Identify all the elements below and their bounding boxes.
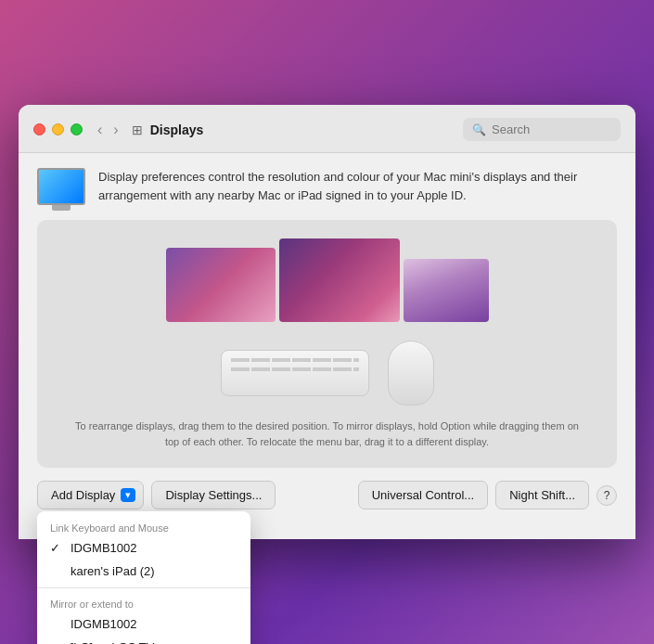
night-shift-button[interactable]: Night Shift... (495, 481, 589, 509)
add-display-dropdown: Link Keyboard and Mouse ✓ IDGMB1002 kare… (37, 511, 250, 644)
monitor-1[interactable] (166, 248, 276, 322)
help-button[interactable]: ? (596, 485, 617, 506)
universal-control-label: Universal Control... (372, 488, 475, 502)
traffic-lights (33, 123, 83, 135)
close-button[interactable] (33, 123, 45, 135)
displays-row (166, 238, 489, 322)
window-title: Displays (150, 122, 463, 137)
monitor-2[interactable] (279, 238, 400, 322)
mirror-item-1[interactable]: [LG] webOS TV OLED65CX5LB (37, 636, 250, 644)
bottom-bar: Add Display ▾ Link Keyboard and Mouse ✓ … (37, 481, 617, 524)
display-icon (37, 168, 85, 205)
fullscreen-button[interactable] (71, 123, 83, 135)
info-row: Display preferences control the resoluti… (37, 168, 617, 205)
monitor-3-screen (404, 259, 489, 322)
add-display-chevron: ▾ (121, 488, 135, 502)
hint-text: To rearrange displays, drag them to the … (56, 419, 598, 449)
help-label: ? (604, 489, 610, 502)
dropdown-divider (37, 587, 250, 588)
link-item-0-label: IDGMB1002 (71, 541, 137, 555)
link-item-1-label: karen's iPad (2) (71, 564, 155, 578)
mirror-item-0-label: IDGMB1002 (71, 617, 137, 631)
content-area: Display preferences control the resoluti… (19, 153, 635, 539)
monitor-1-screen (166, 248, 276, 322)
mirror-item-1-label: [LG] webOS TV OLED65CX5LB (71, 640, 237, 644)
display-settings-button[interactable]: Display Settings... (151, 481, 276, 509)
titlebar: ‹ › ⊞ Displays 🔍 (19, 105, 635, 153)
monitor-2-screen (279, 238, 400, 322)
display-arrangement-area[interactable]: To rearrange displays, drag them to the … (37, 220, 617, 468)
search-icon: 🔍 (472, 123, 486, 136)
checkmark-icon-0: ✓ (50, 541, 63, 555)
info-text: Display preferences control the resoluti… (98, 168, 617, 204)
monitor-3[interactable] (404, 259, 489, 322)
link-section-label: Link Keyboard and Mouse (37, 517, 250, 536)
nav-arrows: ‹ › (94, 120, 122, 140)
add-display-button[interactable]: Add Display ▾ (37, 481, 144, 509)
add-display-label: Add Display (51, 488, 115, 502)
mirror-item-0[interactable]: IDGMB1002 (37, 612, 250, 636)
add-display-area: Add Display ▾ Link Keyboard and Mouse ✓ … (37, 481, 144, 509)
link-item-1[interactable]: karen's iPad (2) (37, 560, 250, 583)
search-input[interactable] (492, 122, 611, 136)
search-bar[interactable]: 🔍 (463, 118, 621, 141)
mouse-image (388, 341, 434, 406)
display-settings-label: Display Settings... (165, 488, 262, 502)
back-button[interactable]: ‹ (94, 120, 106, 140)
keyboard-area (221, 341, 434, 406)
grid-icon: ⊞ (132, 122, 143, 137)
keyboard-image (221, 350, 369, 396)
universal-control-button[interactable]: Universal Control... (358, 481, 489, 509)
night-shift-label: Night Shift... (509, 488, 575, 502)
minimize-button[interactable] (52, 123, 64, 135)
main-window: ‹ › ⊞ Displays 🔍 Display preferences con… (19, 105, 635, 539)
mirror-section-label: Mirror or extend to (37, 593, 250, 612)
link-item-0[interactable]: ✓ IDGMB1002 (37, 536, 250, 560)
forward-button[interactable]: › (109, 120, 122, 140)
